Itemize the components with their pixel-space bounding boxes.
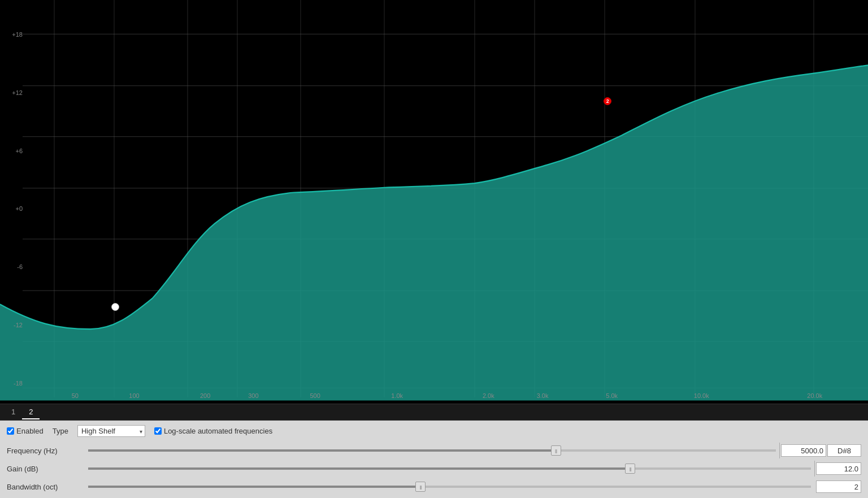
app: +18 +12 +6 +0 -6 -12 -18 1 2 50 100 200 … <box>0 0 868 498</box>
gain-value[interactable] <box>816 462 861 475</box>
log-scale-checkbox-label[interactable]: Log-scale automated frequencies <box>154 427 272 435</box>
frequency-label: Frequency (Hz) <box>7 447 86 455</box>
bandwidth-value[interactable] <box>816 480 861 493</box>
type-label: Type <box>53 427 68 435</box>
x-label-200: 200 <box>200 392 210 399</box>
x-label-5k: 5.0k <box>606 392 618 399</box>
y-label-12plus: +12 <box>2 89 23 96</box>
x-label-10k: 10.0k <box>694 392 709 399</box>
log-scale-checkbox[interactable] <box>154 427 162 435</box>
gain-center-mark <box>814 461 815 477</box>
bandwidth-row: Bandwidth (oct) <box>7 479 861 495</box>
y-label-6plus: +6 <box>2 148 23 154</box>
x-label-2k: 2.0k <box>483 392 494 399</box>
gain-slider-thumb[interactable] <box>625 464 635 474</box>
point-2-label: 2 <box>606 98 609 104</box>
y-label-18plus: +18 <box>2 31 23 38</box>
x-label-20k: 20.0k <box>807 392 822 399</box>
enabled-label: Enabled <box>16 427 44 435</box>
x-label-300: 300 <box>248 392 258 399</box>
control-point-2[interactable]: 2 <box>604 97 611 105</box>
frequency-center-mark <box>779 443 780 458</box>
enabled-checkbox[interactable] <box>7 427 14 435</box>
gain-label: Gain (dB) <box>7 465 86 473</box>
chart-area: +18 +12 +6 +0 -6 -12 -18 1 2 50 100 200 … <box>0 0 868 404</box>
tab-2[interactable]: 2 <box>22 405 40 419</box>
y-label-12minus: -12 <box>2 322 23 328</box>
y-label-18minus: -18 <box>2 380 23 387</box>
x-label-100: 100 <box>129 392 139 399</box>
gain-slider-track[interactable] <box>88 467 811 470</box>
frequency-row: Frequency (Hz) <box>7 443 861 458</box>
x-label-500: 500 <box>310 392 320 399</box>
controls-top-row: Enabled Type Low Cut High Cut Low Shelf … <box>7 424 861 440</box>
log-scale-label: Log-scale automated frequencies <box>164 427 272 435</box>
enabled-checkbox-label[interactable]: Enabled <box>7 427 44 435</box>
frequency-note[interactable] <box>827 444 861 457</box>
bandwidth-label: Bandwidth (oct) <box>7 483 86 491</box>
x-label-1k: 1.0k <box>391 392 403 399</box>
frequency-slider-track[interactable] <box>88 449 776 452</box>
control-point-1[interactable]: 1 <box>111 303 119 311</box>
bandwidth-slider-thumb[interactable] <box>415 482 426 492</box>
frequency-slider-thumb[interactable] <box>551 445 561 456</box>
type-select[interactable]: Low Cut High Cut Low Shelf High Shelf Be… <box>77 425 145 437</box>
controls-panel: Enabled Type Low Cut High Cut Low Shelf … <box>0 421 868 498</box>
gain-row: Gain (dB) <box>7 461 861 477</box>
x-label-50: 50 <box>72 392 79 399</box>
x-label-3k: 3.0k <box>537 392 549 399</box>
type-select-wrapper[interactable]: Low Cut High Cut Low Shelf High Shelf Be… <box>77 425 145 437</box>
tabs-row: 1 2 <box>0 404 868 421</box>
bandwidth-slider-track[interactable] <box>88 486 811 488</box>
tab-1[interactable]: 1 <box>5 405 22 419</box>
eq-curve-svg <box>0 0 868 404</box>
y-label-0: +0 <box>2 205 23 212</box>
y-axis-labels: +18 +12 +6 +0 -6 -12 -18 <box>0 0 23 404</box>
frequency-value[interactable] <box>781 444 826 457</box>
point-1-label: 1 <box>114 304 117 310</box>
x-axis-labels: 50 100 200 300 500 1.0k 2.0k 3.0k 5.0k 1… <box>23 388 868 404</box>
y-label-6minus: -6 <box>2 263 23 270</box>
